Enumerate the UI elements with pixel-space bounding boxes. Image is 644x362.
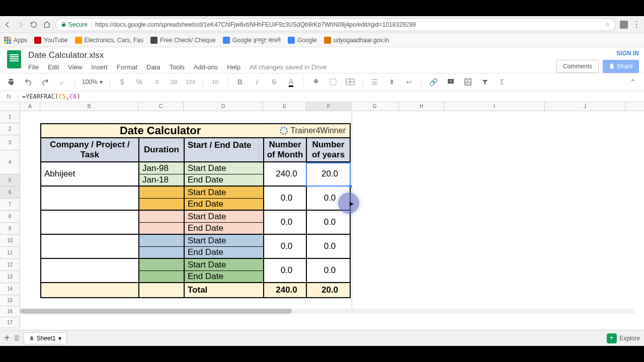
row-header-3[interactable]: 3 [0, 135, 20, 150]
all-sheets-button[interactable]: ☰ [14, 335, 20, 342]
merge-icon[interactable] [345, 77, 355, 87]
col-header-D[interactable]: D [184, 102, 263, 111]
sheets-logo-icon[interactable] [4, 49, 24, 69]
bookmark-electronics[interactable]: Electronics, Cars, Fas [75, 37, 143, 44]
add-sheet-button[interactable]: + [4, 332, 10, 344]
row-header-6[interactable]: 6 [0, 187, 20, 199]
currency-icon[interactable]: $ [117, 77, 127, 87]
sheet-dropdown-icon[interactable]: ▾ [58, 335, 61, 342]
extension-icon[interactable] [620, 21, 628, 29]
header-duration: Duration [138, 138, 184, 162]
collapse-icon[interactable]: ⌃ [628, 77, 638, 87]
h-align-icon[interactable]: ☰ [370, 77, 380, 87]
fill-color-icon[interactable] [311, 77, 321, 87]
bookmark-youtube[interactable]: YouTube [34, 37, 67, 44]
col-header-I[interactable]: I [444, 102, 545, 111]
row-header-4[interactable]: 4 [0, 150, 20, 174]
fx-label: fx [0, 92, 18, 101]
sheet-tab-sheet1[interactable]: Sheet1 ▾ [24, 332, 67, 344]
wrap-icon[interactable]: ↩ [404, 77, 414, 87]
signin-link[interactable]: SIGN IN [616, 50, 639, 57]
bookmark-udyog[interactable]: udyogaadhaar.gov.in [324, 37, 389, 44]
col-header-J[interactable]: J [545, 102, 625, 111]
number-format-icon[interactable]: 123 [186, 77, 196, 87]
font-size[interactable]: 10 [210, 77, 220, 87]
col-header-C[interactable]: C [138, 102, 184, 111]
row-header-10[interactable]: 10 [0, 235, 20, 247]
menu-bar: File Edit View Insert Format Data Tools … [28, 61, 556, 73]
chart-icon[interactable] [463, 77, 473, 87]
sheet-tabs-bar: + ☰ Sheet1 ▾ Explore [0, 330, 644, 346]
menu-format[interactable]: Format [117, 63, 137, 71]
formula-input[interactable]: =YEARFRAC(C5,C6) [18, 93, 80, 100]
horizontal-scrollbar[interactable] [20, 309, 635, 314]
row-header-11[interactable]: 11 [0, 247, 20, 259]
decimal-dec-icon[interactable]: .0 [151, 77, 162, 87]
row-header-7[interactable]: 7 [0, 199, 20, 211]
menu-data[interactable]: Data [146, 63, 160, 71]
svg-point-5 [281, 127, 288, 134]
lock-icon [29, 336, 34, 341]
bookmark-freecheck[interactable]: Free Check/ Cheque [150, 37, 216, 44]
decimal-inc-icon[interactable]: .00 [169, 77, 179, 87]
bookmark-apps[interactable]: Apps [4, 37, 27, 44]
row-header-14[interactable]: 14 [0, 283, 20, 295]
borders-icon[interactable] [328, 77, 338, 87]
strike-icon[interactable]: S [269, 77, 279, 87]
row-header-2[interactable]: 2 [0, 123, 20, 135]
filter-icon[interactable] [480, 77, 490, 87]
save-status: All changes saved in Drive [250, 63, 327, 71]
total-row: Total 240.0 20.0 [40, 283, 351, 298]
row-header-15[interactable]: 15 [0, 295, 20, 306]
col-header-E[interactable]: E [263, 102, 306, 111]
menu-view[interactable]: View [68, 63, 82, 71]
paint-format-icon[interactable]: 🖌 [57, 77, 67, 87]
col-header-A[interactable]: A [20, 102, 40, 111]
comment-icon[interactable]: + [446, 77, 456, 87]
link-icon[interactable]: 🔗 [429, 77, 439, 87]
row-header-16[interactable]: 16 [0, 306, 20, 317]
spreadsheet-grid[interactable]: A B C D E F G H I J 1 2 3 4 5 6 7 8 9 10 [0, 102, 644, 330]
forward-icon[interactable] [16, 20, 25, 29]
redo-icon[interactable] [40, 77, 50, 87]
undo-icon[interactable] [23, 77, 33, 87]
explore-button[interactable]: Explore [607, 333, 640, 343]
share-button[interactable]: Share [603, 60, 639, 73]
row-header-17[interactable]: 17 [0, 317, 20, 328]
menu-help[interactable]: Help [227, 63, 240, 71]
bookmark-google[interactable]: Google [288, 37, 317, 44]
reload-icon[interactable] [29, 20, 38, 29]
doc-title[interactable]: Date Calculator.xlsx [28, 49, 556, 61]
menu-icon[interactable]: ⋮ [632, 20, 641, 29]
bold-icon[interactable]: B [235, 77, 245, 87]
text-color-icon[interactable]: A [286, 77, 296, 87]
italic-icon[interactable]: I [252, 77, 262, 87]
col-header-H[interactable]: H [399, 102, 444, 111]
print-icon[interactable] [6, 77, 16, 87]
v-align-icon[interactable]: ⬍ [387, 77, 397, 87]
bookmark-google-input[interactable]: Google इनपुट साधने [223, 37, 281, 44]
col-header-F[interactable]: F [306, 102, 351, 111]
row-header-8[interactable]: 8 [0, 211, 20, 223]
menu-addons[interactable]: Add-ons [194, 63, 218, 71]
bookmark-star-icon[interactable]: ☆ [605, 21, 610, 28]
row-header-13[interactable]: 13 [0, 271, 20, 283]
back-icon[interactable] [3, 20, 12, 29]
row-header-1[interactable]: 1 [0, 111, 20, 123]
menu-tools[interactable]: Tools [169, 63, 184, 71]
row-header-12[interactable]: 12 [0, 259, 20, 271]
col-header-B[interactable]: B [40, 102, 138, 111]
functions-icon[interactable]: Σ [497, 77, 507, 87]
select-all-corner[interactable] [0, 102, 20, 111]
col-header-G[interactable]: G [351, 102, 399, 111]
url-bar[interactable]: Secure | https://docs.google.com/spreads… [55, 18, 616, 31]
row-header-5[interactable]: 5 [0, 174, 20, 187]
menu-edit[interactable]: Edit [48, 63, 59, 71]
home-icon[interactable] [42, 20, 51, 29]
menu-file[interactable]: File [28, 63, 39, 71]
menu-insert[interactable]: Insert [91, 63, 108, 71]
zoom-select[interactable]: 100% ▾ [82, 78, 103, 85]
row-header-9[interactable]: 9 [0, 223, 20, 235]
comments-button[interactable]: Comments [556, 60, 599, 73]
percent-icon[interactable]: % [134, 77, 144, 87]
